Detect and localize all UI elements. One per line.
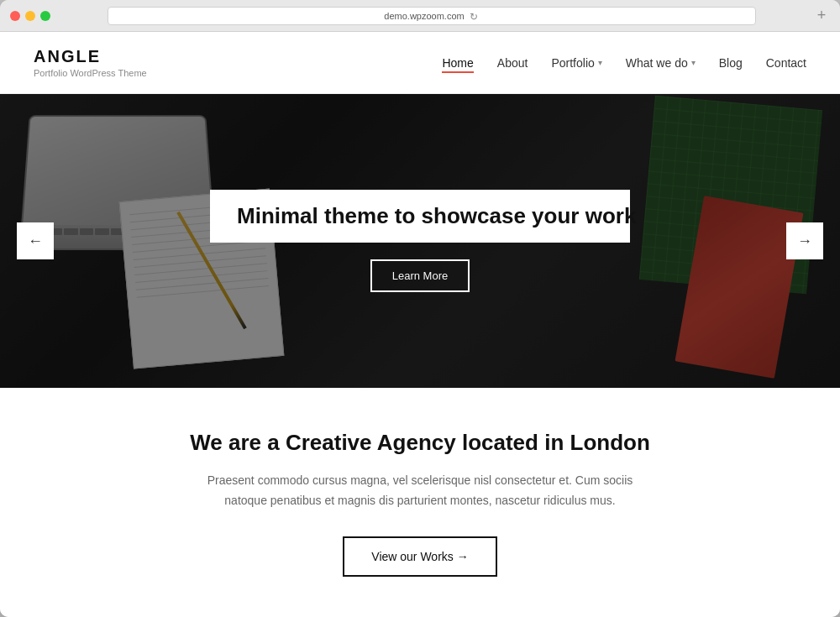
agency-description: Praesent commodo cursus magna, vel scele… — [185, 471, 655, 511]
slider-next-button[interactable]: → — [786, 222, 823, 259]
nav-item-home[interactable]: Home — [442, 56, 473, 70]
agency-section: We are a Creative Agency located in Lond… — [0, 388, 840, 617]
hero-content: Minimal theme to showcase your work Lear… — [210, 190, 630, 292]
nav-item-contact[interactable]: Contact — [766, 56, 806, 70]
logo-name: ANGLE — [34, 47, 147, 66]
view-works-button[interactable]: View our Works → — [343, 536, 496, 577]
traffic-lights — [10, 11, 50, 21]
site-header: ANGLE Portfolio WordPress Theme Home Abo… — [0, 32, 840, 94]
site-nav: Home About Portfolio ▾ What we do ▾ Blog — [442, 56, 806, 70]
hero-cta-button[interactable]: Learn More — [370, 259, 470, 292]
agency-title: We are a Creative Agency located in Lond… — [34, 430, 806, 456]
site-logo: ANGLE Portfolio WordPress Theme — [34, 47, 147, 78]
refresh-icon[interactable]: ↻ — [470, 11, 480, 21]
nav-item-blog[interactable]: Blog — [719, 56, 743, 70]
browser-titlebar: demo.wpzoom.com ↻ + — [0, 0, 840, 32]
new-tab-button[interactable]: + — [813, 8, 830, 24]
hero-title-box: Minimal theme to showcase your work — [210, 190, 630, 243]
maximize-button[interactable] — [40, 11, 50, 21]
browser-window: demo.wpzoom.com ↻ + ANGLE Portfolio Word… — [0, 0, 840, 617]
hero-title: Minimal theme to showcase your work — [237, 203, 603, 229]
website-content: ANGLE Portfolio WordPress Theme Home Abo… — [0, 32, 840, 617]
close-button[interactable] — [10, 11, 20, 21]
what-we-do-dropdown-arrow: ▾ — [691, 58, 696, 67]
minimize-button[interactable] — [25, 11, 35, 21]
nav-item-portfolio[interactable]: Portfolio ▾ — [551, 56, 601, 70]
logo-tagline: Portfolio WordPress Theme — [34, 68, 147, 78]
portfolio-dropdown-arrow: ▾ — [598, 58, 602, 67]
nav-item-about[interactable]: About — [497, 56, 528, 70]
hero-slider: ← Minimal theme to showcase your work Le… — [0, 94, 840, 388]
nav-item-what-we-do[interactable]: What we do ▾ — [626, 56, 696, 70]
slider-prev-button[interactable]: ← — [17, 222, 54, 259]
address-bar[interactable]: demo.wpzoom.com ↻ — [108, 7, 756, 25]
url-text: demo.wpzoom.com — [384, 11, 464, 21]
